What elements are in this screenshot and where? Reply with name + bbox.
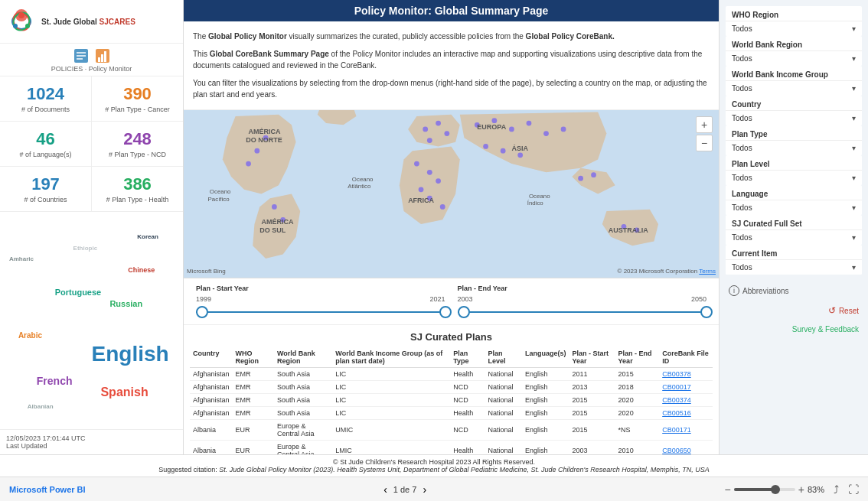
- table-cell-1-7: 2013: [569, 381, 615, 394]
- table-cell-1-3: LIC: [332, 381, 450, 394]
- word-cloud-item: Chinese: [128, 266, 155, 274]
- map-controls[interactable]: + −: [696, 116, 713, 151]
- table-cell-0-2: South Asia: [274, 368, 332, 381]
- svg-text:Oceano: Oceano: [352, 176, 374, 183]
- table-cell-4-9: CB00171: [659, 420, 713, 441]
- prev-page-button[interactable]: ‹: [383, 483, 387, 496]
- zoom-in-button[interactable]: +: [696, 116, 713, 133]
- svg-point-22: [436, 121, 441, 126]
- table-cell-1-1: EMR: [233, 381, 274, 394]
- filter-label-8: Current Item: [726, 245, 862, 259]
- filter-label-5: Plan Level: [726, 155, 862, 170]
- coreback-link[interactable]: CB00374: [662, 396, 691, 404]
- filter-label-6: Language: [726, 185, 862, 200]
- table-cell-3-1: EMR: [233, 407, 274, 420]
- svg-point-6: [25, 24, 30, 28]
- coreback-link[interactable]: CB00516: [662, 409, 691, 417]
- page-navigation[interactable]: ‹ 1 de 7 ›: [383, 483, 426, 496]
- fullscreen-icon[interactable]: ⛶: [848, 483, 859, 496]
- filter-select-1[interactable]: Todos ▾: [726, 50, 862, 66]
- table-cell-5-6: English: [522, 441, 569, 455]
- table-cell-5-1: EUR: [233, 441, 274, 455]
- filter-select-4[interactable]: Todos ▾: [726, 140, 862, 155]
- table-cell-0-1: EMR: [233, 368, 274, 381]
- table-cell-3-3: LIC: [332, 407, 450, 420]
- survey-feedback-button[interactable]: Survey & Feedback: [726, 322, 862, 337]
- table-cell-3-8: 2020: [615, 407, 660, 420]
- table-cell-3-5: National: [485, 407, 523, 420]
- zoom-increase-button[interactable]: +: [798, 483, 804, 496]
- info-icon: i: [729, 285, 739, 296]
- table-cell-4-5: National: [485, 420, 523, 441]
- chevron-down-icon: ▾: [852, 174, 856, 182]
- map-terms-link[interactable]: Terms: [699, 268, 716, 275]
- table-cell-2-8: 2020: [615, 394, 660, 407]
- filter-select-0[interactable]: Todos ▾: [726, 21, 862, 36]
- filter-label-2: World Bank Income Group: [726, 66, 862, 80]
- table-cell-5-8: 2010: [615, 441, 660, 455]
- table-cell-5-4: Health: [450, 441, 485, 455]
- svg-point-35: [543, 131, 549, 136]
- word-cloud-item: Korean: [137, 233, 158, 240]
- coreback-link[interactable]: CB00378: [662, 370, 691, 378]
- table-title: SJ Curated Plans: [190, 325, 713, 347]
- world-map[interactable]: AMÉRICA DO NORTE AMÉRICA DO SUL EUROPA Á…: [184, 110, 719, 278]
- filter-select-8[interactable]: Todos ▾: [726, 259, 862, 275]
- map-area[interactable]: AMÉRICA DO NORTE AMÉRICA DO SUL EUROPA Á…: [184, 110, 719, 278]
- filter-group-8: Current Item Todos ▾: [726, 245, 862, 275]
- table-cell-0-6: English: [522, 368, 569, 381]
- table-cell-0-7: 2011: [569, 368, 615, 381]
- coreback-link[interactable]: CB00017: [662, 383, 691, 391]
- table-cell-2-5: National: [485, 394, 523, 407]
- powerbi-link[interactable]: Microsoft Power BI: [9, 485, 86, 494]
- zoom-out-button[interactable]: −: [696, 135, 713, 151]
- end-year-slider[interactable]: [458, 306, 707, 318]
- filter-select-6[interactable]: Todos ▾: [726, 200, 862, 215]
- brand-name: St. Jude Global SJCARES: [41, 18, 135, 26]
- filter-group-4: Plan Type Todos ▾: [726, 125, 862, 155]
- word-cloud-item: Russian: [109, 299, 142, 308]
- coreback-link[interactable]: CB00171: [662, 426, 691, 434]
- svg-point-4: [18, 12, 24, 18]
- zoom-control[interactable]: − + 83%: [725, 483, 824, 496]
- table-cell-1-9: CB00017: [659, 381, 713, 394]
- table-row: AfghanistanEMRSouth AsiaLICNCDNationalEn…: [190, 394, 713, 407]
- filter-select-5[interactable]: Todos ▾: [726, 170, 862, 185]
- abbreviations-button[interactable]: i Abbreviations: [726, 282, 862, 299]
- svg-point-40: [578, 176, 583, 181]
- coreback-link[interactable]: CB00650: [662, 447, 691, 454]
- chevron-down-icon: ▾: [852, 144, 856, 152]
- stjude-logo: [6, 6, 37, 37]
- chevron-down-icon: ▾: [852, 24, 856, 33]
- policy-monitor-label: POLICIES · Policy Monitor: [51, 65, 132, 73]
- filter-select-7[interactable]: Todos ▾: [726, 229, 862, 245]
- start-year-slider[interactable]: [196, 306, 445, 318]
- table-cell-4-2: Europe & Central Asia: [274, 420, 332, 441]
- svg-text:EUROPA: EUROPA: [477, 123, 506, 131]
- col-cb-id: CoreBank File ID: [659, 347, 713, 368]
- table-cell-5-9: CB00650: [659, 441, 713, 455]
- table-cell-0-5: National: [485, 368, 523, 381]
- stats-grid: 1024 # of Documents 390 # Plan Type - Ca…: [0, 76, 183, 211]
- word-cloud-item: Portuguese: [55, 288, 102, 297]
- filter-select-3[interactable]: Todos ▾: [726, 110, 862, 125]
- svg-text:Oceano: Oceano: [210, 189, 231, 196]
- filters-panel: WHO Region Todos ▾ World Bank Region Tod…: [719, 0, 868, 454]
- filter-label-3: Country: [726, 96, 862, 110]
- table-cell-4-4: NCD: [450, 420, 485, 441]
- end-year-label: Plan - End Year: [458, 285, 707, 292]
- reset-button[interactable]: ↺ Reset: [726, 302, 862, 319]
- col-language: Language(s): [522, 347, 569, 368]
- svg-rect-14: [104, 51, 106, 62]
- filter-group-2: World Bank Income Group Todos ▾: [726, 66, 862, 96]
- table-cell-1-5: National: [485, 381, 523, 394]
- zoom-decrease-button[interactable]: −: [725, 483, 731, 496]
- next-page-button[interactable]: ›: [423, 483, 426, 496]
- share-icon[interactable]: ⤴: [834, 483, 839, 496]
- citation-label: Suggested citation:: [158, 466, 217, 473]
- zoom-slider[interactable]: [734, 488, 795, 491]
- table-cell-4-8: *NS: [615, 420, 660, 441]
- table-cell-5-0: Albania: [190, 441, 233, 455]
- filter-select-2[interactable]: Todos ▾: [726, 80, 862, 96]
- table-cell-0-9: CB00378: [659, 368, 713, 381]
